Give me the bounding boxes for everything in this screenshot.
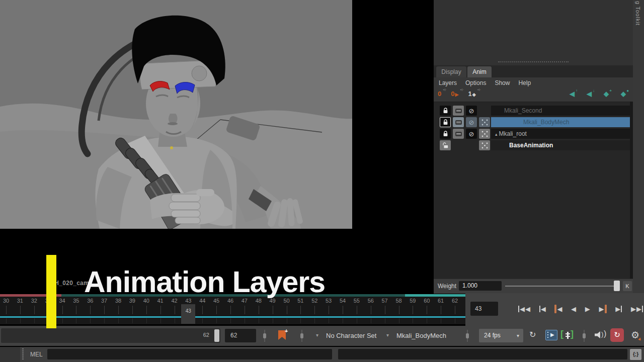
go-to-end-button[interactable]: ▶▶ xyxy=(631,302,643,316)
frame-tick xyxy=(287,306,287,314)
frame-tick xyxy=(230,306,231,314)
anim-layer-dropdown[interactable]: Mkali_BodyMech xyxy=(396,332,446,339)
create-empty-layer-icon[interactable]: ◆+ xyxy=(602,90,611,98)
move-selected-layers-down-icon[interactable]: ◀↓ xyxy=(585,90,594,98)
layer-row[interactable]: ⊘Mkali_Second xyxy=(434,105,633,116)
tab-anim[interactable]: Anim xyxy=(467,66,492,77)
frame-number: 57 xyxy=(382,298,388,304)
animation-end-field[interactable]: 62 xyxy=(225,329,256,342)
frame-number: 58 xyxy=(395,298,401,304)
zero-key-icon[interactable] xyxy=(479,140,490,150)
frame-tick xyxy=(146,306,147,314)
range-end-label: 62 xyxy=(203,332,209,338)
mel-output-field xyxy=(338,349,627,359)
play-backwards-button[interactable]: ◀ xyxy=(571,302,576,316)
toolbar-grip[interactable] xyxy=(264,330,265,342)
frame-tick xyxy=(259,306,259,314)
menu-options[interactable]: Options xyxy=(465,79,486,86)
layer-row[interactable]: ⊘▴Mkali_root xyxy=(434,128,633,139)
frame-subtick xyxy=(216,318,217,323)
frame-tick xyxy=(357,306,357,314)
viewport-3d-scene[interactable] xyxy=(0,0,352,229)
lock-icon[interactable] xyxy=(440,117,451,127)
mel-label[interactable]: MEL xyxy=(30,351,43,358)
chevron-down-icon: ▾ xyxy=(517,333,519,338)
menu-help[interactable]: Help xyxy=(518,79,531,86)
lock-icon[interactable] xyxy=(440,106,451,116)
selected-layer-count: 1◆+|- xyxy=(468,90,479,98)
unlock-icon[interactable] xyxy=(440,140,451,150)
chevron-down-icon[interactable]: ▾ xyxy=(386,332,389,338)
set-key-icon[interactable]: [ ] xyxy=(560,329,576,341)
modeling-toolkit-vertical-tab[interactable]: g Toolkit xyxy=(633,0,644,293)
mute-layer-icon[interactable] xyxy=(453,129,464,139)
zero-key-icon[interactable] xyxy=(479,129,490,139)
mute-layer-icon[interactable] xyxy=(453,117,464,127)
range-slider-handle[interactable] xyxy=(214,329,219,342)
tab-display[interactable]: Display xyxy=(436,66,466,77)
frame-tick xyxy=(175,306,175,314)
weight-key-button[interactable]: K xyxy=(623,281,632,291)
auto-keyframe-icon[interactable]: ↻ xyxy=(610,328,624,342)
frame-tick xyxy=(216,306,217,314)
step-back-frame-button[interactable]: ◀ xyxy=(539,302,546,316)
frame-number: 31 xyxy=(17,298,23,304)
weight-slider-handle[interactable] xyxy=(614,281,620,291)
speaker-icon[interactable]: ) ) xyxy=(595,330,608,340)
frame-subtick xyxy=(6,318,7,323)
animation-preferences-icon[interactable]: ⚙ xyxy=(628,328,642,342)
move-selected-layers-up-icon[interactable]: ◀↑ xyxy=(568,90,577,98)
menu-layers[interactable]: Layers xyxy=(439,79,457,86)
range-slider[interactable]: 62 xyxy=(1,328,220,343)
solo-layer-icon[interactable]: ⊘ xyxy=(466,117,477,127)
menu-show[interactable]: Show xyxy=(495,79,510,86)
playback-loop-icon[interactable]: ↻ xyxy=(529,330,536,339)
step-forward-key-button[interactable]: ▶ xyxy=(599,302,607,316)
character-set-dropdown[interactable]: No Character Set xyxy=(326,332,376,339)
layer-name[interactable]: Mkali_BodyMech xyxy=(491,117,630,127)
weight-slider[interactable] xyxy=(505,286,614,287)
play-forwards-button[interactable]: ▶ xyxy=(585,302,590,316)
current-frame-field[interactable]: 43 xyxy=(470,302,498,316)
frame-number: 54 xyxy=(340,298,346,304)
frame-subtick xyxy=(202,318,203,323)
frame-subtick xyxy=(245,318,245,323)
command-line-grip[interactable] xyxy=(22,348,24,360)
frame-tick xyxy=(20,306,21,314)
solo-layer-icon[interactable]: ⊘ xyxy=(466,106,477,116)
create-layer-from-selected-icon[interactable]: ◆● xyxy=(619,90,628,98)
layer-name-text: BaseAnimation xyxy=(491,142,553,149)
solo-layer-icon[interactable]: ⊘ xyxy=(466,129,477,139)
layer-row[interactable]: ⊘Mkali_BodyMech xyxy=(434,117,633,128)
go-to-start-button[interactable]: ◀◀ xyxy=(518,302,530,316)
frame-number: 55 xyxy=(354,298,360,304)
panel-resize-handle[interactable] xyxy=(498,61,569,62)
cached-playback-icon[interactable]: ▶ xyxy=(545,330,557,340)
layer-editor-panel: Display Anim LayersOptionsShowHelp 0+|-0… xyxy=(434,0,633,293)
layer-name[interactable]: BaseAnimation xyxy=(491,140,630,150)
fps-dropdown[interactable]: 24 fps ▾ xyxy=(479,329,523,342)
weight-value-field[interactable]: 1.000 xyxy=(459,281,502,291)
frame-subtick xyxy=(287,318,287,323)
frame-tick xyxy=(76,306,76,314)
frame-number: 56 xyxy=(368,298,374,304)
frame-subtick xyxy=(455,318,455,323)
toolbar-grip[interactable] xyxy=(467,330,468,342)
layer-name[interactable]: Mkali_Second xyxy=(491,106,630,116)
layer-tools: ◀↑◀↓◆+◆● xyxy=(568,90,628,98)
layer-name[interactable]: ▴Mkali_root xyxy=(491,129,630,139)
mel-input-field[interactable] xyxy=(47,349,332,359)
script-editor-icon[interactable]: {;} xyxy=(630,349,641,360)
collapse-icon[interactable]: ▴ xyxy=(495,132,498,137)
step-forward-frame-button[interactable]: ▶ xyxy=(615,302,622,316)
frame-tick xyxy=(329,306,329,314)
current-frame-marker[interactable]: 43 xyxy=(181,304,195,324)
zero-key-icon[interactable] xyxy=(479,117,490,127)
layer-row[interactable]: BaseAnimation xyxy=(434,140,633,151)
lock-icon[interactable] xyxy=(440,129,451,139)
toolbar-grip[interactable] xyxy=(301,330,302,342)
step-back-key-button[interactable]: ◀ xyxy=(554,302,562,316)
chevron-down-icon[interactable]: ▾ xyxy=(316,332,318,338)
toolbar-grip[interactable] xyxy=(584,330,585,342)
mute-layer-icon[interactable] xyxy=(453,106,464,116)
